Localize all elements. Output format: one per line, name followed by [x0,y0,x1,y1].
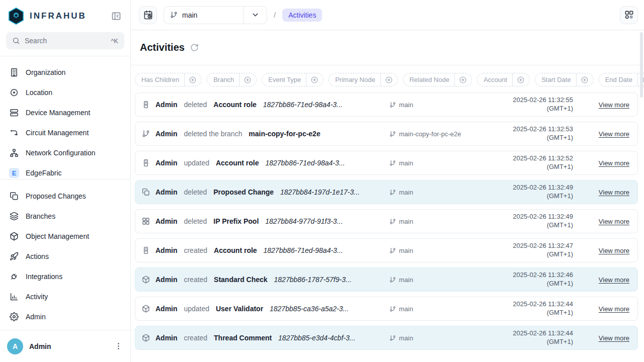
activity-action: deleted [184,188,207,196]
activity-row: Admin created Thread Comment 1827bb85-e3… [135,326,638,350]
view-more-link[interactable]: View more [599,276,629,284]
sidebar-item-label: EdgeFabric [26,169,62,177]
filter-chip-primary-node[interactable]: Primary Node [329,73,397,86]
activity-object-id[interactable]: 1827bb86-71ed-98a4-3... [264,246,343,254]
activity-actor: Admin [155,159,178,167]
filter-add-button[interactable] [185,73,201,86]
activity-date: 2025-02-26 11:32:53 [485,125,573,134]
filter-chip-start-date[interactable]: Start Date [535,73,594,86]
activity-object-id[interactable]: 1827bb84-977d-91f3-3... [265,217,343,225]
activity-object-type: IP Prefix Pool [213,217,259,225]
view-more-link[interactable]: View more [599,159,629,167]
filter-add-button[interactable] [381,73,397,86]
git-branch-icon [389,247,396,254]
sidebar-item-branches[interactable]: Branches [4,206,126,226]
sidebar-item-integrations[interactable]: Integrations [4,266,126,287]
view-more-link[interactable]: View more [599,189,629,196]
sidebar-item-circuit-management[interactable]: Circuit Management [4,123,126,143]
view-more-link[interactable]: View more [599,218,629,225]
activity-action: deleted [184,217,207,225]
branch-selector-toggle[interactable] [244,7,267,24]
activity-summary: Admin deleted Proposed Change 1827bb84-1… [155,188,389,196]
activity-object-id[interactable]: 1827bb84-197d-1e17-3... [280,188,360,196]
activity-branch-label: main [399,247,413,254]
filter-add-button[interactable] [239,73,256,86]
sidebar-item-activity[interactable]: Activity [4,287,126,307]
sidebar-item-location[interactable]: Location [4,82,126,103]
activity-object-id[interactable]: 1827bb85-ca36-a5a2-3... [270,305,349,313]
branch-selector[interactable]: main [164,6,267,24]
activity-object-id[interactable]: 1827bb86-71ed-98a4-3... [263,101,343,109]
sidebar-search[interactable]: ^K [6,32,124,49]
filter-add-button[interactable] [513,73,529,86]
activity-timezone: (GMT+1) [485,134,573,142]
activity-object-type: User Validator [216,305,263,313]
activity-summary: Admin updated User Validator 1827bb85-ca… [155,305,389,313]
view-more-link[interactable]: View more [599,305,629,313]
box-icon [9,231,19,241]
sidebar-nav-secondary: Proposed Changes Branches Object Managem… [0,179,130,330]
chart-icon [9,292,19,302]
sidebar-item-label: Admin [26,313,46,321]
id-badge-icon [142,101,150,109]
breadcrumb-activities[interactable]: Activities [282,9,322,22]
view-more-link[interactable]: View more [599,334,629,342]
refresh-button[interactable] [190,43,199,52]
sidebar-item-label: Proposed Changes [26,192,86,200]
activity-action: created [184,276,207,284]
activity-object-id[interactable]: 1827bb86-1787-57f9-3... [274,276,352,284]
filter-chip-account[interactable]: Account [477,73,530,86]
filter-chip-has-children[interactable]: Has Children [135,73,202,86]
activity-view-more: View more [573,100,629,109]
apps-button[interactable] [620,6,638,24]
filter-chip-related-node[interactable]: Related Node [403,73,472,86]
sidebar-item-label: Network Configuration [26,149,96,157]
search-input[interactable] [25,37,106,45]
activity-list: Admin deleted Account role 1827bb86-71ed… [131,93,644,362]
copy-icon [9,191,19,201]
view-more-link[interactable]: View more [599,247,629,254]
sidebar-item-edgefabric[interactable]: E EdgeFabric [4,163,126,179]
activity-action: updated [184,159,209,167]
view-more-link[interactable]: View more [599,130,629,138]
filter-add-button[interactable] [306,73,323,86]
view-more-link[interactable]: View more [599,101,629,109]
filter-add-button[interactable] [577,73,593,86]
activity-row: Admin created Account role 1827bb86-71ed… [135,238,638,262]
activity-timezone: (GMT+1) [485,221,573,230]
activity-view-more: View more [573,188,629,197]
activity-branch-label: main [399,101,413,109]
activity-timezone: (GMT+1) [485,105,573,113]
branch-name: main [182,11,197,19]
filter-label: Has Children [135,76,184,83]
app-logo[interactable]: INFRAHUB [7,7,87,25]
circle-plus-icon [189,76,197,84]
user-avatar[interactable]: A [7,338,23,354]
sidebar-item-actions[interactable]: Actions [4,246,126,266]
scrollbar-thumb[interactable] [640,32,643,98]
git-branch-icon [142,130,150,138]
activity-object-id[interactable]: 1827bb85-e3d4-4cbf-3... [278,334,355,342]
sidebar-item-organization[interactable]: Organization [4,62,126,82]
activity-branch-label: main [399,334,413,342]
filter-chip-event-type[interactable]: Event Type [262,73,324,86]
filter-add-button[interactable] [455,73,471,86]
activity-object-type: Standard Check [214,276,268,284]
timeline-button[interactable] [139,6,157,24]
filter-chip-end-date[interactable]: End Date [599,73,644,86]
main-scrollbar[interactable] [640,32,643,359]
sidebar-collapse-button[interactable] [110,10,122,22]
activity-branch: main [389,189,485,196]
sidebar-item-device-management[interactable]: Device Management [4,103,126,123]
sidebar-item-object-management[interactable]: Object Management [4,226,126,246]
user-menu-button[interactable] [113,341,123,351]
sidebar-item-admin[interactable]: Admin [4,307,126,327]
activity-branch: main [389,101,485,109]
activity-timestamp: 2025-02-26 11:32:55 (GMT+1) [485,96,573,113]
activity-object-id[interactable]: 1827bb86-71ed-98a4-3... [265,159,345,167]
filter-chip-branch[interactable]: Branch [207,73,257,86]
sidebar-item-proposed-changes[interactable]: Proposed Changes [4,186,126,206]
activity-branch: main [389,247,485,254]
activity-row: Admin deleted Proposed Change 1827bb84-1… [135,180,638,204]
sidebar-item-network-configuration[interactable]: Network Configuration [4,143,126,163]
